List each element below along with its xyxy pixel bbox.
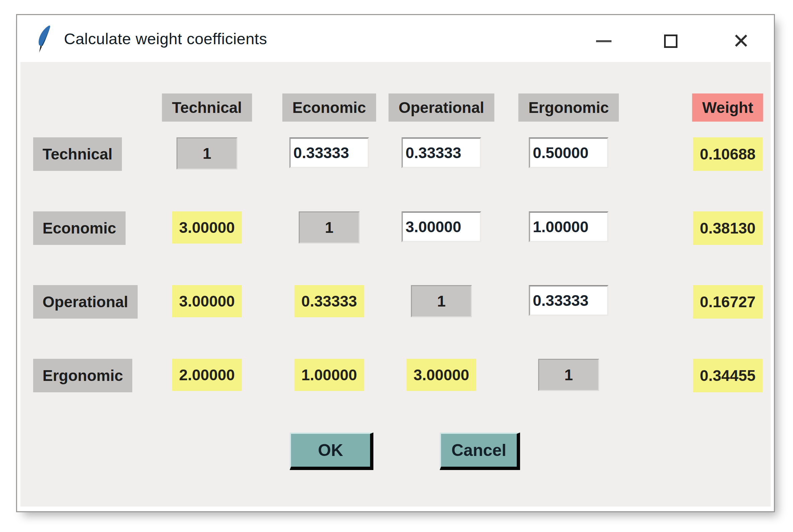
row-header-ergonomic: Ergonomic [33, 359, 132, 392]
maximize-button[interactable] [658, 28, 683, 54]
matrix-cell-ergonomic-ergonomic-diagonal: 1 [538, 359, 599, 391]
minimize-button[interactable] [591, 28, 617, 54]
row-header-operational: Operational [33, 285, 138, 319]
column-header-weight: Weight [692, 93, 763, 121]
close-icon: ✕ [732, 31, 750, 52]
tkinter-feather-icon [35, 24, 52, 54]
maximize-icon [664, 35, 677, 48]
titlebar[interactable]: Calculate weight coefficients ✕ [17, 15, 774, 62]
column-header-economic: Economic [282, 93, 376, 121]
matrix-cell-ergonomic-economic-reciprocal: 1.00000 [294, 359, 364, 391]
matrix-cell-operational-operational-diagonal: 1 [411, 285, 472, 317]
weight-value-operational: 0.16727 [693, 285, 762, 319]
matrix-entry-operational-ergonomic[interactable] [529, 285, 608, 316]
window-title: Calculate weight coefficients [64, 15, 267, 62]
column-header-ergonomic: Ergonomic [518, 93, 619, 121]
weight-value-economic: 0.38130 [693, 211, 762, 245]
dialog-window: Calculate weight coefficients ✕ Technica… [16, 14, 775, 512]
matrix-cell-economic-economic-diagonal: 1 [299, 211, 360, 244]
weight-value-ergonomic: 0.34455 [693, 359, 762, 392]
matrix-cell-ergonomic-technical-reciprocal: 2.00000 [172, 359, 242, 391]
matrix-entry-technical-ergonomic[interactable] [529, 137, 608, 168]
column-header-operational: Operational [388, 93, 494, 121]
cancel-button[interactable]: Cancel [440, 433, 520, 470]
matrix-entry-economic-ergonomic[interactable] [529, 211, 608, 242]
matrix-cell-operational-technical-reciprocal: 3.00000 [172, 285, 242, 317]
column-header-technical: Technical [162, 93, 252, 121]
matrix-entry-economic-operational[interactable] [402, 211, 481, 242]
ok-button[interactable]: OK [290, 433, 373, 470]
matrix-cell-technical-technical-diagonal: 1 [176, 137, 237, 170]
minimize-icon [596, 40, 612, 42]
matrix-cell-operational-economic-reciprocal: 0.33333 [294, 285, 364, 317]
matrix-entry-technical-operational[interactable] [402, 137, 481, 168]
matrix-cell-economic-technical-reciprocal: 3.00000 [172, 211, 242, 244]
row-header-technical: Technical [33, 137, 122, 171]
matrix-entry-technical-economic[interactable] [289, 137, 369, 168]
dialog-body-background [20, 62, 771, 507]
matrix-cell-ergonomic-operational-reciprocal: 3.00000 [407, 359, 476, 391]
weight-value-technical: 0.10688 [693, 137, 762, 171]
close-button[interactable]: ✕ [728, 28, 754, 54]
row-header-economic: Economic [33, 211, 125, 245]
